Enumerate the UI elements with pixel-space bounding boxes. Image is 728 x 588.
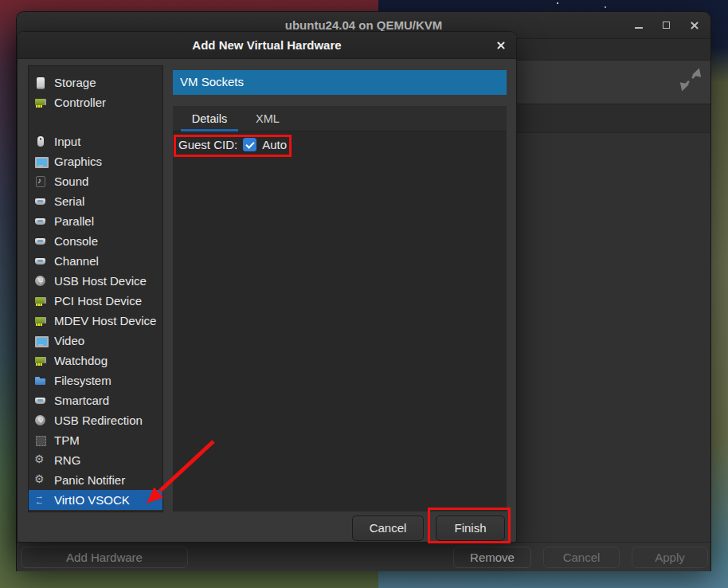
sidebar-item-label: Parallel [54, 214, 94, 228]
tab-xml[interactable]: XML [245, 106, 291, 131]
usb-icon [34, 414, 47, 427]
plug-icon [34, 255, 47, 268]
sidebar-item-tpm[interactable]: TPM [29, 430, 162, 450]
sound-icon [34, 175, 47, 188]
sidebar-item-label: Filesystem [54, 374, 112, 387]
sidebar-item-label: Watchdog [54, 354, 108, 367]
sidebar-item-label: Video [54, 334, 84, 347]
sidebar-item-label: RNG [54, 453, 80, 467]
sidebar-item-label: TPM [54, 433, 80, 447]
sidebar-item-panic-notifier[interactable]: Panic Notifier [29, 470, 162, 490]
dialog-close-icon[interactable] [496, 41, 506, 50]
card-icon [34, 295, 47, 308]
plug-icon [34, 215, 47, 228]
dialog-finish-button[interactable]: Finish [436, 515, 505, 541]
sidebar-item-label: MDEV Host Device [54, 314, 156, 327]
sidebar-item-channel[interactable]: Channel [29, 251, 162, 271]
sidebar-item-parallel[interactable]: Parallel [29, 211, 162, 231]
sidebar-item-serial[interactable]: Serial [29, 191, 162, 211]
sidebar-item-console[interactable]: Console [29, 231, 162, 251]
add-hardware-dialog: Add New Virtual Hardware StorageControll… [17, 31, 517, 543]
chip-icon [34, 434, 47, 447]
remove-button[interactable]: Remove [453, 547, 531, 568]
minimize-icon[interactable] [634, 21, 644, 30]
sidebar-item-label: Serial [54, 194, 84, 208]
sidebar-item-label: Graphics [54, 155, 102, 168]
sidebar-item-mdev-host-device[interactable]: MDEV Host Device [29, 311, 162, 331]
plug-icon [34, 235, 47, 248]
fullscreen-icon[interactable] [678, 67, 703, 92]
sidebar-item-input[interactable]: Input [29, 131, 162, 151]
mouse-icon [34, 135, 47, 148]
vm-cancel-button[interactable]: Cancel [543, 547, 620, 568]
sidebar-item-pci-host-device[interactable]: PCI Host Device [29, 291, 162, 311]
sidebar-item-label: Storage [54, 76, 96, 89]
vm-window: ubuntu24.04 on QEMU/KVM Add Hardware [16, 11, 711, 571]
auto-checkbox[interactable] [243, 138, 256, 151]
card-icon [34, 96, 47, 109]
sidebar-item-label: Console [54, 234, 98, 248]
window-controls [634, 12, 699, 39]
active-tab-underline [181, 129, 238, 131]
disk-icon [34, 76, 47, 89]
hardware-detail-panel: VM Sockets DetailsXML Guest CID: Auto [173, 70, 507, 512]
monitor-icon [34, 155, 47, 168]
sidebar-item-label: Sound [54, 174, 88, 188]
sidebar-item-watchdog[interactable]: Watchdog [29, 351, 162, 370]
sidebar-item-usb-redirection[interactable]: USB Redirection [29, 410, 162, 430]
auto-label: Auto [262, 138, 287, 151]
card-icon [34, 355, 47, 367]
plug-icon [34, 394, 47, 407]
monitor-icon [34, 335, 47, 347]
sidebar-item-label: USB Redirection [54, 414, 143, 427]
gear-icon [34, 474, 47, 487]
sidebar-item-graphics[interactable]: Graphics [29, 151, 162, 171]
sidebar-item-label: Channel [54, 254, 99, 268]
plug-icon [34, 195, 47, 208]
vm-window-action-bar: Add Hardware Remove Cancel Apply [17, 542, 710, 571]
sidebar-item-video[interactable]: Video [29, 331, 162, 351]
sidebar-item-label: Smartcard [54, 394, 109, 407]
sidebar-item-label: VirtIO VSOCK [54, 493, 130, 507]
sidebar-item-rng[interactable]: RNG [29, 450, 162, 470]
sidebar-item-controller[interactable]: Controller [29, 92, 162, 112]
sidebar-item-label: Controller [54, 96, 106, 109]
sidebar-spacer [29, 112, 162, 131]
sidebar-item-filesystem[interactable]: Filesystem [29, 370, 162, 390]
tabbar: DetailsXML [173, 106, 507, 131]
sidebar-item-usb-host-device[interactable]: USB Host Device [29, 271, 162, 291]
apply-button[interactable]: Apply [632, 547, 708, 568]
sidebar-item-label: PCI Host Device [54, 294, 142, 308]
card-icon [34, 315, 47, 327]
gear-icon [34, 454, 47, 467]
sidebar-item-sound[interactable]: Sound [29, 171, 162, 191]
sidebar-item-label: Panic Notifier [54, 473, 125, 487]
sidebar-item-virtio-vsock[interactable]: VirtIO VSOCK [29, 490, 162, 510]
folder-icon [34, 374, 47, 387]
panel-header: VM Sockets [173, 70, 507, 95]
sidebar-item-label: USB Host Device [54, 274, 147, 288]
guest-cid-row: Guest CID: Auto [178, 138, 501, 151]
dialog-title: Add New Virtual Hardware [18, 32, 516, 58]
usb-icon [34, 275, 47, 288]
arrows-icon [34, 494, 47, 507]
maximize-icon[interactable] [662, 21, 671, 30]
desktop-wallpaper: ubuntu24.04 on QEMU/KVM Add Hardware [0, 0, 728, 588]
close-icon[interactable] [690, 21, 699, 30]
guest-cid-label: Guest CID: [178, 138, 237, 151]
dialog-cancel-button[interactable]: Cancel [352, 515, 424, 541]
hardware-type-list: StorageControllerInputGraphicsSoundSeria… [28, 65, 163, 512]
add-hardware-button[interactable]: Add Hardware [21, 547, 188, 568]
tab-details[interactable]: Details [181, 106, 238, 131]
details-tab-content: Guest CID: Auto [173, 131, 507, 512]
sidebar-item-label: Input [54, 135, 80, 148]
sidebar-item-smartcard[interactable]: Smartcard [29, 390, 162, 410]
dialog-titlebar: Add New Virtual Hardware [18, 32, 516, 59]
sidebar-item-storage[interactable]: Storage [29, 73, 162, 92]
